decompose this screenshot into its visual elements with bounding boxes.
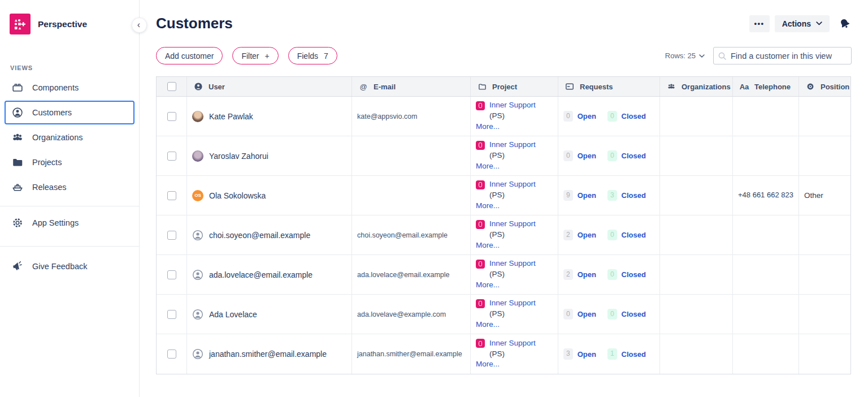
project-link[interactable]: Inner Support — [489, 101, 536, 110]
add-customer-button[interactable]: Add customer — [156, 47, 223, 64]
search-input[interactable] — [713, 47, 852, 64]
filter-button[interactable]: Filter + — [232, 47, 278, 64]
project-more-link[interactable]: More... — [476, 320, 500, 330]
row-select-cell — [157, 136, 187, 175]
project-more-link[interactable]: More... — [476, 162, 500, 171]
user-cell: Kate Pawlak — [187, 97, 352, 136]
closed-link[interactable]: Closed — [622, 191, 646, 200]
main-content: Customers ••• Actions — [140, 0, 868, 397]
row-checkbox[interactable] — [167, 270, 176, 279]
sidebar-item-projects[interactable]: Projects — [5, 150, 134, 174]
user-cell: janathan.smither@email.example — [187, 334, 352, 374]
row-checkbox[interactable] — [167, 231, 176, 240]
open-link[interactable]: Open — [578, 270, 596, 279]
actions-button[interactable]: Actions — [775, 15, 830, 32]
toolbar-right: Rows: 25 — [665, 47, 852, 64]
plus-icon: + — [265, 51, 270, 61]
releases-icon — [11, 181, 24, 193]
components-icon — [11, 81, 24, 94]
telephone-cell — [733, 334, 799, 374]
sidebar-item-give-feedback[interactable]: Give Feedback — [5, 254, 134, 278]
sidebar: Perspective ‹ VIEWS ComponentsCustomersO… — [0, 0, 140, 397]
open-link[interactable]: Open — [578, 112, 596, 120]
open-link[interactable]: Open — [578, 191, 596, 200]
closed-link[interactable]: Closed — [622, 112, 646, 120]
closed-link[interactable]: Closed — [622, 350, 646, 359]
project-icon-glyph — [479, 103, 482, 108]
closed-link[interactable]: Closed — [622, 310, 646, 318]
column-header-user[interactable]: User — [187, 77, 352, 96]
project-more-link[interactable]: More... — [476, 201, 500, 211]
organizations-cell — [660, 97, 733, 136]
project-more-link[interactable]: More... — [476, 241, 500, 251]
row-checkbox[interactable] — [167, 191, 176, 200]
select-all-checkbox[interactable] — [167, 82, 176, 91]
project-link[interactable]: Inner Support — [489, 140, 536, 150]
column-header-organizations[interactable]: Organizations — [660, 77, 733, 96]
email-cell: ada.lovelace@email.example — [352, 255, 471, 294]
column-header-requests[interactable]: Requests — [558, 77, 660, 96]
column-header-position[interactable]: Position — [799, 77, 854, 96]
sidebar-item-organizations[interactable]: Organizations — [5, 126, 134, 149]
open-link[interactable]: Open — [578, 231, 596, 239]
table-row: Kate Pawlakkate@appsvio.comInner Support… — [157, 97, 850, 136]
user-name: Kate Pawlak — [209, 112, 253, 121]
closed-link[interactable]: Closed — [622, 231, 646, 239]
column-label: E-mail — [374, 83, 396, 91]
sidebar-item-app-settings[interactable]: App Settings — [5, 211, 134, 235]
avatar — [192, 111, 203, 122]
telephone-cell — [733, 136, 799, 175]
open-link[interactable]: Open — [578, 152, 596, 160]
row-checkbox[interactable] — [167, 349, 176, 359]
folder-icon — [476, 80, 488, 93]
sidebar-feedback-nav: Give Feedback — [0, 254, 139, 278]
row-checkbox[interactable] — [167, 310, 176, 319]
row-checkbox[interactable] — [167, 112, 176, 121]
row-select-cell — [157, 176, 187, 215]
project-more-link[interactable]: More... — [476, 360, 500, 369]
project-key: (PS) — [489, 349, 505, 359]
project-cell: Inner Support(PS)More... — [471, 295, 558, 334]
bell-icon[interactable] — [838, 17, 852, 31]
project-link[interactable]: Inner Support — [489, 259, 536, 269]
table-row: Ada Lovelaceada.lovelave@example.comInne… — [157, 295, 850, 334]
sidebar-item-components[interactable]: Components — [5, 76, 134, 100]
telephone-cell — [733, 97, 799, 136]
table-body: Kate Pawlakkate@appsvio.comInner Support… — [157, 97, 850, 374]
sidebar-collapse-button[interactable]: ‹ — [132, 18, 147, 33]
organizations-cell — [660, 215, 733, 254]
page-title: Customers — [156, 15, 233, 32]
closed-link[interactable]: Closed — [622, 270, 646, 279]
email-text: ada.lovelave@example.com — [357, 310, 446, 318]
sidebar-item-customers[interactable]: Customers — [5, 101, 134, 124]
closed-link[interactable]: Closed — [622, 152, 646, 160]
column-header-email[interactable]: @E-mail — [352, 77, 471, 96]
project-cell: Inner Support(PS)More... — [471, 215, 558, 254]
project-link[interactable]: Inner Support — [489, 339, 536, 348]
column-header-telephone[interactable]: AaTelephone — [733, 77, 799, 96]
email-text: choi.soyeon@email.example — [357, 231, 448, 239]
open-link[interactable]: Open — [578, 350, 596, 359]
rows-per-page-select[interactable]: Rows: 25 — [665, 51, 705, 60]
column-header-project[interactable]: Project — [471, 77, 558, 96]
project-link[interactable]: Inner Support — [489, 180, 536, 189]
project-more-link[interactable]: More... — [476, 281, 500, 290]
sidebar-item-releases[interactable]: Releases — [5, 175, 134, 199]
requests-cell: 2Open0Closed — [558, 215, 660, 254]
search-box — [713, 47, 852, 64]
project-cell: Inner Support(PS)More... — [471, 334, 558, 374]
avatar — [192, 269, 203, 281]
open-link[interactable]: Open — [578, 310, 596, 318]
project-key: (PS) — [489, 111, 505, 121]
telephone-cell — [733, 295, 799, 334]
more-options-button[interactable]: ••• — [749, 15, 770, 32]
table-row: Yaroslav ZahoruiInner Support(PS)More...… — [157, 136, 850, 176]
project-link[interactable]: Inner Support — [489, 299, 536, 308]
title-actions: ••• Actions — [749, 15, 852, 32]
fields-button[interactable]: Fields 7 — [288, 47, 337, 64]
table-header: User@E-mailProjectRequestsOrganizationsA… — [157, 77, 850, 97]
project-link[interactable]: Inner Support — [489, 219, 536, 229]
project-more-link[interactable]: More... — [476, 122, 500, 132]
table-row: OSOla SokolowskaInner Support(PS)More...… — [157, 176, 850, 215]
row-checkbox[interactable] — [167, 152, 176, 161]
